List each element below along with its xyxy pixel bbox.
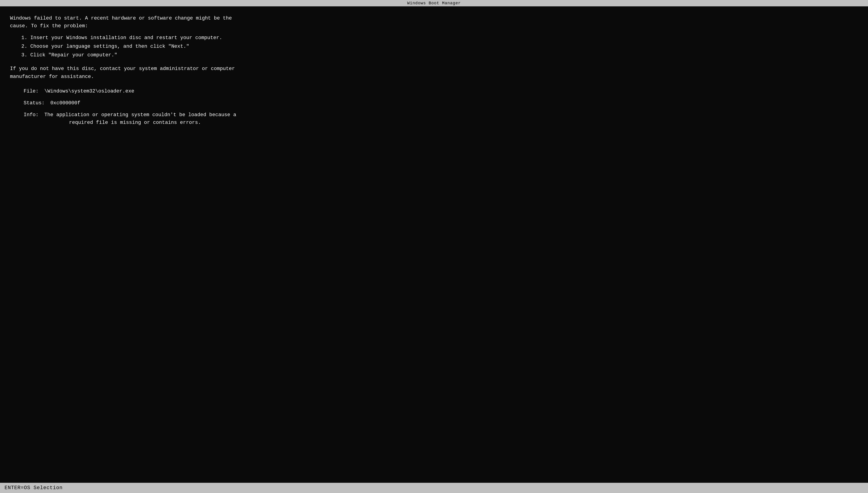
status-label: Status: <box>24 100 45 106</box>
info-line2: required file is missing or contains err… <box>69 119 858 127</box>
intro-line1: Windows failed to start. A recent hardwa… <box>10 15 858 22</box>
intro-line2: cause. To fix the problem: <box>10 22 858 30</box>
steps-list: 1. Insert your Windows installation disc… <box>21 34 858 60</box>
step-2: 2. Choose your language settings, and th… <box>21 43 858 50</box>
info-block: Info: The application or operating syste… <box>24 111 858 127</box>
file-value: \Windows\system32\osloader.exe <box>44 88 134 94</box>
intro-text: Windows failed to start. A recent hardwa… <box>10 15 858 30</box>
main-content: Windows failed to start. A recent hardwa… <box>0 6 868 483</box>
contact-line1: If you do not have this disc, contact yo… <box>10 65 858 73</box>
info-label: Info: <box>24 112 39 118</box>
file-label: File: <box>24 88 39 94</box>
contact-text: If you do not have this disc, contact yo… <box>10 65 858 81</box>
bottom-bar: ENTER=OS Selection <box>0 483 868 493</box>
contact-line2: manufacturer for assistance. <box>10 73 858 81</box>
step-1: 1. Insert your Windows installation disc… <box>21 34 858 42</box>
bottom-bar-label: ENTER=OS Selection <box>4 485 63 491</box>
info-line1: The application or operating system coul… <box>44 112 236 118</box>
status-value: 0xc000000f <box>50 100 81 106</box>
step-3: 3. Click "Repair your computer." <box>21 51 858 59</box>
status-block: Status: 0xc000000f <box>24 99 858 107</box>
file-block: File: \Windows\system32\osloader.exe <box>24 87 858 95</box>
title-text: Windows Boot Manager <box>407 1 461 5</box>
title-bar: Windows Boot Manager <box>0 0 868 6</box>
